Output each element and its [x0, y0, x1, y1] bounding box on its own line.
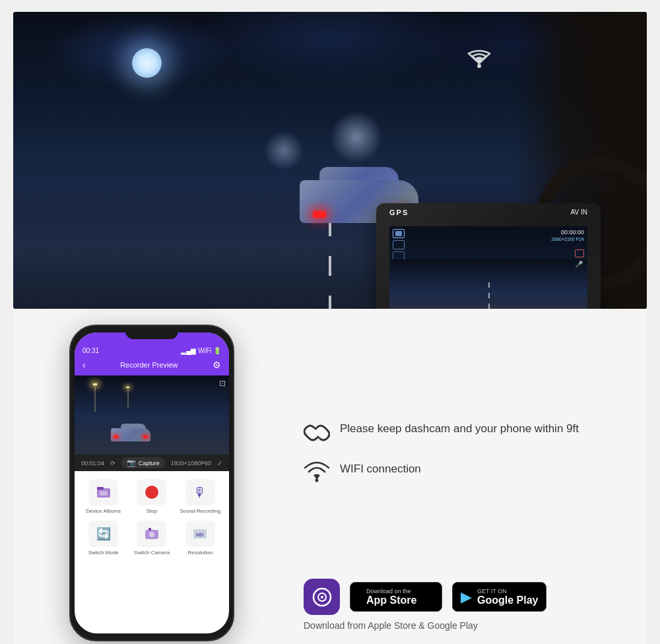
screenshot-icon[interactable]: ⊡	[219, 379, 226, 388]
google-big-text: Google Play	[477, 595, 538, 606]
svg-rect-6	[148, 528, 151, 531]
phone-menu-grid: Device Albums Stop 🎙 Sound R	[75, 471, 229, 564]
phone-signal-icons: ▂▄▆ WiFi 🔋	[181, 347, 221, 354]
light-glow-1	[330, 111, 383, 164]
dashcam-device: GPS AV IN EV-	[376, 203, 601, 309]
fullscreen-icon[interactable]: ⤢	[217, 460, 222, 467]
moon	[132, 48, 162, 78]
phone-section: 00:31 ▂▄▆ WiFi 🔋 ‹ Recorder Preview ⚙	[13, 309, 290, 644]
stop-label: Stop	[147, 508, 157, 514]
switch-camera-icon: HD	[137, 521, 166, 547]
download-label: Download from Apple Store & Google Play	[304, 620, 627, 631]
menu-item-albums[interactable]: Device Albums	[82, 479, 124, 514]
phone-screen: 00:31 ▂▄▆ WiFi 🔋 ‹ Recorder Preview ⚙	[75, 333, 229, 633]
phone-video-controls: 00:01:04 ⟳ 📷 Capture 1920×1080P60 ⤢	[75, 455, 229, 471]
wifi-info-icon	[304, 461, 330, 482]
phone-car	[111, 423, 157, 441]
distance-info-item: Please keep dashcam and your phone withi…	[304, 421, 627, 445]
google-badge-text: GET IT ON Google Play	[477, 588, 538, 606]
device-timer: 00:00:00	[551, 229, 584, 236]
phone-title: Recorder Preview	[120, 361, 178, 369]
resolution-icon: HD	[185, 521, 215, 547]
switch-mode-icon: 🔄	[88, 521, 118, 547]
menu-item-resolution[interactable]: HD Resolution	[180, 521, 221, 556]
link-icon	[304, 421, 330, 445]
phone-settings-icon[interactable]: ⚙	[213, 360, 221, 370]
svg-rect-3	[100, 491, 108, 496]
menu-item-switch-camera[interactable]: HD Switch Camera	[131, 521, 172, 556]
app-store-row: Download on the App Store ▶ GET IT ON Go…	[304, 579, 627, 615]
svg-text:HD: HD	[155, 527, 160, 531]
apple-store-big-text: App Store	[366, 595, 416, 606]
switch-camera-label: Switch Camera	[134, 550, 170, 556]
video-time-display: 00:01:04	[81, 460, 104, 467]
google-play-icon: ▶	[461, 589, 472, 606]
phone-time: 00:31	[82, 347, 99, 354]
wifi-info-item: WIFI connection	[304, 461, 627, 482]
wifi-icon	[463, 45, 495, 75]
tail-light-left	[313, 211, 326, 218]
menu-item-stop[interactable]: Stop	[131, 479, 172, 514]
google-small-text: GET IT ON	[477, 588, 538, 595]
svg-point-13	[321, 596, 323, 598]
svg-point-10	[315, 479, 319, 482]
device-screen: EV- 00:00:00 2880×2160 P24	[389, 226, 587, 309]
wifi-text: WIFI connection	[340, 461, 421, 477]
phone-video-preview: ⊡	[75, 375, 229, 455]
phone-mockup: 00:31 ▂▄▆ WiFi 🔋 ‹ Recorder Preview ⚙	[69, 325, 234, 641]
svg-text:HD: HD	[196, 532, 204, 538]
resolution-label: Resolution	[187, 550, 213, 556]
info-section: Please keep dashcam and your phone withi…	[290, 309, 647, 644]
switch-mode-label: Switch Mode	[88, 550, 119, 556]
camera-switch-icon[interactable]: ⟳	[110, 460, 116, 467]
apple-store-badge[interactable]: Download on the App Store	[350, 582, 442, 612]
stop-icon	[137, 479, 166, 505]
apple-badge-text: Download on the App Store	[366, 588, 416, 606]
capture-button[interactable]: 📷 Capture	[121, 457, 165, 468]
phone-header: ‹ Recorder Preview ⚙	[75, 357, 229, 375]
sound-icon: 🎙	[185, 479, 215, 505]
phone-back-icon[interactable]: ‹	[82, 360, 86, 370]
albums-icon	[88, 479, 118, 505]
device-resolution: 2880×2160 P24	[551, 237, 584, 242]
svg-rect-2	[97, 487, 104, 490]
albums-label: Device Albums	[86, 508, 121, 514]
video-resolution-label: 1920×1080P60	[171, 460, 211, 467]
hero-image: GPS AV IN EV-	[13, 12, 647, 309]
menu-item-sound[interactable]: 🎙 Sound Recording	[180, 479, 221, 514]
phone-notch	[125, 326, 178, 339]
device-gps-label: GPS	[389, 209, 409, 216]
device-avin-label: AV IN	[571, 209, 587, 216]
menu-item-switch-mode[interactable]: 🔄 Switch Mode	[82, 521, 124, 556]
info-items: Please keep dashcam and your phone withi…	[304, 421, 627, 499]
apple-store-small-text: Download on the	[366, 588, 416, 595]
app-icon	[304, 579, 340, 615]
bottom-section: 00:31 ▂▄▆ WiFi 🔋 ‹ Recorder Preview ⚙	[13, 309, 647, 644]
svg-point-0	[477, 64, 481, 68]
sound-label: Sound Recording	[180, 508, 220, 514]
distance-text: Please keep dashcam and your phone withi…	[340, 421, 579, 437]
app-store-section: Download on the App Store ▶ GET IT ON Go…	[304, 579, 627, 631]
svg-point-5	[149, 532, 154, 537]
google-play-badge[interactable]: ▶ GET IT ON Google Play	[452, 582, 546, 612]
